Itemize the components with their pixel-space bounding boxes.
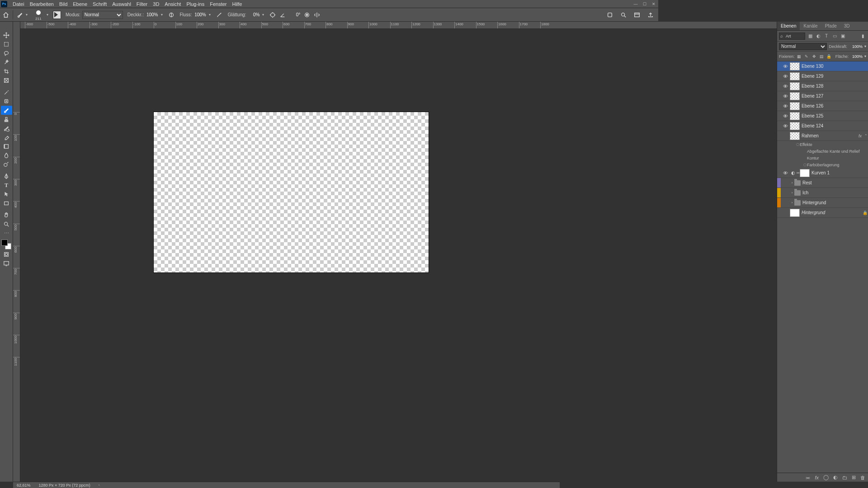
mode-label: Modus:: [66, 12, 80, 17]
svg-point-16: [5, 253, 7, 255]
vertical-ruler[interactable]: 010020030040050060070080090010001100: [13, 22, 20, 369]
smoothing-options-icon[interactable]: [269, 11, 277, 19]
toolbox: T ⋯: [0, 22, 13, 369]
svg-point-12: [4, 163, 7, 166]
gradient-tool-icon[interactable]: [1, 142, 12, 151]
svg-point-14: [5, 222, 8, 225]
opacity-chevron-icon[interactable]: ▾: [161, 13, 165, 17]
brush-preview[interactable]: 211: [33, 9, 44, 20]
shape-tool-icon[interactable]: [1, 199, 12, 208]
lasso-tool-icon[interactable]: [1, 49, 12, 58]
menu-bar: Ps DateiBearbeitenBildEbeneSchriftAuswah…: [0, 0, 658, 8]
smoothing-chevron-icon[interactable]: ▾: [262, 13, 267, 17]
svg-point-3: [307, 14, 308, 16]
minimize-icon[interactable]: —: [631, 0, 640, 8]
menu-ansicht[interactable]: Ansicht: [162, 0, 184, 8]
smoothing-label: Glättung:: [228, 12, 246, 17]
canvas[interactable]: [154, 112, 429, 272]
select-subject-icon[interactable]: [606, 11, 614, 19]
flow-chevron-icon[interactable]: ▾: [209, 13, 213, 17]
opacity-label: Deckkr.:: [127, 12, 144, 17]
svg-rect-4: [608, 13, 612, 17]
menu-filter[interactable]: Filter: [134, 0, 150, 8]
menu-datei[interactable]: Datei: [10, 0, 27, 8]
options-bar: ▾ 211 ▾ Modus: Normal Deckkr.: 100% ▾ Fl…: [0, 8, 658, 22]
screenmode-icon[interactable]: [1, 259, 12, 267]
menu-3d[interactable]: 3D: [150, 0, 162, 8]
maximize-icon[interactable]: ☐: [640, 0, 649, 8]
workspace-icon[interactable]: [633, 11, 641, 19]
app-logo: Ps: [1, 1, 7, 7]
pressure-size-icon[interactable]: [303, 11, 311, 19]
color-swatches[interactable]: [1, 239, 11, 249]
svg-rect-17: [4, 262, 9, 265]
edit-toolbar-icon[interactable]: ⋯: [1, 229, 12, 238]
menu-fenster[interactable]: Fenster: [207, 0, 229, 8]
heal-tool-icon[interactable]: [1, 97, 12, 106]
eraser-tool-icon[interactable]: [1, 133, 12, 142]
smoothing-value[interactable]: 0%: [248, 12, 260, 17]
pen-tool-icon[interactable]: [1, 172, 12, 181]
svg-point-1: [271, 13, 275, 17]
angle-icon: [278, 11, 287, 19]
svg-rect-13: [5, 202, 9, 205]
menu-bearbeiten[interactable]: Bearbeiten: [27, 0, 57, 8]
dodge-tool-icon[interactable]: [1, 160, 12, 169]
window-controls: — ☐ ✕: [631, 0, 658, 8]
share-icon[interactable]: [646, 11, 655, 19]
tool-preset-chevron-icon[interactable]: ▾: [26, 13, 30, 17]
hand-tool-icon[interactable]: [1, 211, 12, 220]
home-icon[interactable]: [2, 11, 10, 19]
menu-auswahl[interactable]: Auswahl: [109, 0, 134, 8]
document-area[interactable]: -600-500-400-300-200-1000100200300400500…: [20, 22, 658, 369]
svg-rect-7: [5, 42, 9, 47]
marquee-tool-icon[interactable]: [1, 40, 12, 49]
brush-tool-icon[interactable]: [1, 106, 12, 115]
search-icon[interactable]: [619, 11, 627, 19]
svg-rect-6: [635, 13, 640, 17]
blend-mode-select[interactable]: Normal: [82, 11, 123, 19]
wand-tool-icon[interactable]: [1, 58, 12, 67]
eyedropper-tool-icon[interactable]: [1, 88, 12, 97]
brush-size-label: 211: [33, 17, 44, 21]
flow-label: Fluss:: [180, 12, 192, 17]
blur-tool-icon[interactable]: [1, 151, 12, 160]
crop-tool-icon[interactable]: [1, 67, 12, 76]
brush-settings-icon[interactable]: [53, 11, 61, 19]
svg-point-5: [622, 13, 625, 16]
opacity-value[interactable]: 100%: [146, 12, 159, 17]
airbrush-icon[interactable]: [215, 11, 223, 19]
horizontal-ruler[interactable]: -600-500-400-300-200-1000100200300400500…: [20, 22, 658, 29]
angle-value[interactable]: 0°: [288, 12, 301, 17]
pressure-opacity-icon[interactable]: [167, 11, 175, 19]
brush-tool-icon[interactable]: [16, 11, 24, 19]
history-brush-tool-icon[interactable]: [1, 124, 12, 133]
menu-schrift[interactable]: Schrift: [90, 0, 109, 8]
path-select-tool-icon[interactable]: [1, 190, 12, 199]
quickmask-icon[interactable]: [1, 250, 12, 258]
type-tool-icon[interactable]: T: [1, 181, 12, 190]
close-icon[interactable]: ✕: [649, 0, 658, 8]
stamp-tool-icon[interactable]: [1, 115, 12, 124]
brush-picker-chevron-icon[interactable]: ▾: [47, 13, 51, 17]
symmetry-icon[interactable]: [313, 11, 321, 19]
menu-bild[interactable]: Bild: [57, 0, 70, 8]
flow-value[interactable]: 100%: [193, 12, 207, 17]
frame-tool-icon[interactable]: [1, 76, 12, 85]
menu-ebene[interactable]: Ebene: [70, 0, 90, 8]
menu-plug-ins[interactable]: Plug-ins: [184, 0, 207, 8]
zoom-tool-icon[interactable]: [1, 220, 12, 229]
move-tool-icon[interactable]: [1, 31, 12, 40]
menu-hilfe[interactable]: Hilfe: [229, 0, 245, 8]
